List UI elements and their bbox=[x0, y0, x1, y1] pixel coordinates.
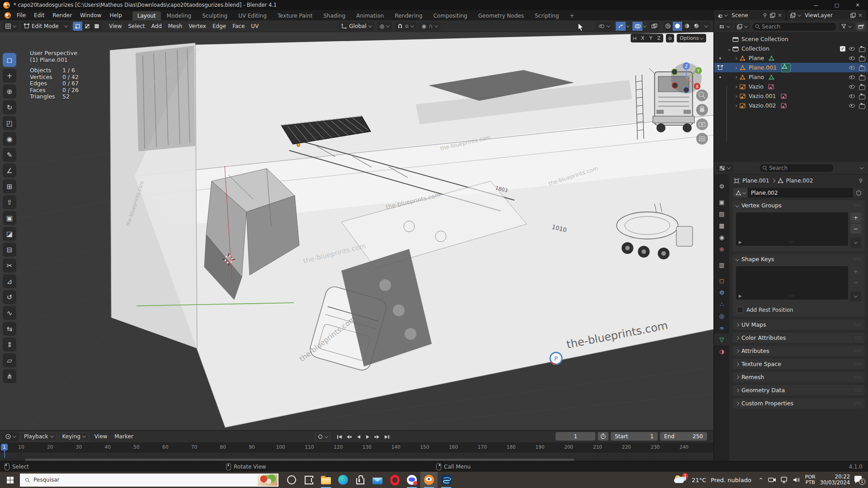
expander-icon[interactable]: › bbox=[733, 103, 740, 109]
hide-viewport-eye-icon[interactable] bbox=[849, 84, 855, 89]
panel-header[interactable]: Shape Keys∷∷ bbox=[732, 254, 865, 264]
tool-rip-region[interactable]: ⋔ bbox=[3, 369, 16, 383]
visibility-dropdown[interactable] bbox=[596, 22, 613, 31]
viewport-menu-view[interactable]: View bbox=[106, 23, 125, 29]
previous-keyframe-button[interactable] bbox=[344, 432, 353, 441]
new-scene-icon[interactable] bbox=[770, 13, 775, 18]
edge-select-button[interactable] bbox=[82, 22, 92, 31]
auto-keying-button[interactable] bbox=[315, 432, 330, 441]
panel-header[interactable]: Texture Space∷∷ bbox=[732, 359, 865, 369]
tool-smooth[interactable]: ∿ bbox=[3, 306, 16, 320]
weather-condition[interactable]: Pred. nublado bbox=[711, 477, 751, 483]
tool-shrink-fatten[interactable]: ⇕ bbox=[3, 338, 16, 352]
timeline-editor-type[interactable] bbox=[3, 432, 19, 441]
shading-dropdown[interactable] bbox=[701, 22, 711, 31]
taskbar-app-word[interactable] bbox=[438, 472, 455, 488]
properties-tab-collection[interactable]: ▥ bbox=[714, 259, 729, 271]
datablock-list[interactable]: ▶∷∷ bbox=[736, 212, 848, 246]
outliner-row-scene collection[interactable]: Scene Collection bbox=[714, 34, 868, 44]
timeline-menu-view[interactable]: View bbox=[91, 433, 111, 440]
tool-cursor[interactable]: + bbox=[3, 69, 16, 83]
properties-tab-modifiers[interactable]: ⚙ bbox=[714, 286, 729, 298]
properties-tab-object[interactable]: ◻ bbox=[714, 275, 729, 286]
taskbar-app-cortana[interactable] bbox=[283, 472, 300, 488]
taskbar-app-blender[interactable] bbox=[420, 472, 438, 488]
start-frame-field[interactable]: Start1 bbox=[611, 432, 658, 441]
properties-tab-tool[interactable]: ⚙ bbox=[714, 180, 729, 192]
timeline-menu-keying[interactable]: Keying bbox=[59, 432, 89, 441]
gizmos-dropdown[interactable] bbox=[616, 22, 629, 31]
new-collection-button[interactable] bbox=[856, 23, 866, 31]
meet-now-icon[interactable] bbox=[768, 477, 776, 483]
properties-tab-render[interactable]: ▣ bbox=[714, 196, 729, 208]
properties-tab-particles[interactable]: ∴ bbox=[714, 298, 729, 310]
datablock-name-input[interactable] bbox=[748, 188, 853, 197]
timeline-menu-playback[interactable]: Playback bbox=[20, 432, 57, 441]
properties-tab-material[interactable]: ◑ bbox=[714, 345, 729, 357]
vertex-select-button[interactable] bbox=[73, 22, 82, 31]
taskbar-search-input[interactable]: Pesquisar bbox=[20, 474, 278, 487]
viewport-menu-uv[interactable]: UV bbox=[248, 23, 262, 29]
hide-viewport-eye-icon[interactable] bbox=[849, 56, 855, 61]
taskbar-app-file-explorer[interactable] bbox=[317, 472, 335, 488]
workspace-tab-animation[interactable]: Animation bbox=[351, 11, 389, 20]
material-shading-button[interactable] bbox=[682, 22, 692, 31]
datablock-list[interactable]: ▶∷∷ bbox=[736, 266, 848, 300]
disable-render-camera-icon[interactable] bbox=[859, 65, 865, 70]
workspace-tab-scripting[interactable]: Scripting bbox=[530, 11, 564, 20]
tool-loop-cut[interactable]: ⊟ bbox=[3, 243, 16, 257]
properties-tab-data[interactable]: ▽ bbox=[714, 333, 729, 345]
tool-annotate[interactable]: ✎ bbox=[3, 148, 16, 162]
taskbar-app-discord[interactable] bbox=[403, 472, 420, 488]
list-remove-button[interactable]: − bbox=[850, 224, 861, 234]
unlink-scene-icon[interactable]: ✕ bbox=[778, 12, 782, 19]
workspace-tab-rendering[interactable]: Rendering bbox=[390, 11, 427, 20]
viewlayer-selector[interactable]: ViewLayer ✕ bbox=[788, 10, 865, 20]
snap-buttons[interactable]: ▫ bbox=[395, 22, 416, 31]
tool-scale[interactable]: ◰ bbox=[3, 116, 16, 130]
list-add-button[interactable]: + bbox=[850, 266, 861, 276]
action-center-icon[interactable]: 1 bbox=[854, 475, 864, 484]
breadcrumb-data[interactable]: Plane.002 bbox=[786, 178, 813, 184]
tool-bevel[interactable]: ◪ bbox=[3, 227, 16, 241]
pin-icon[interactable] bbox=[858, 178, 863, 183]
hide-viewport-eye-icon[interactable] bbox=[849, 46, 855, 52]
breadcrumb-object[interactable]: Plane.001 bbox=[742, 178, 769, 184]
keyboard-language[interactable]: PORPTB bbox=[805, 474, 816, 486]
xray-toggle[interactable] bbox=[649, 22, 659, 31]
tool-knife[interactable]: ✂ bbox=[3, 258, 16, 272]
add-workspace-button[interactable]: + bbox=[565, 11, 579, 20]
tool-shear[interactable]: ▱ bbox=[3, 353, 16, 367]
mode-selector[interactable]: Edit Mode bbox=[21, 22, 70, 31]
jump-to-end-button[interactable] bbox=[382, 432, 391, 441]
panel-header[interactable]: Color Attributes∷∷ bbox=[732, 333, 865, 343]
new-viewlayer-icon[interactable] bbox=[850, 13, 856, 18]
list-add-button[interactable]: + bbox=[850, 212, 861, 222]
viewport-menu-mesh[interactable]: Mesh bbox=[165, 23, 186, 29]
outliner-filter-button[interactable] bbox=[839, 23, 854, 31]
orientation-selector[interactable]: Global bbox=[339, 22, 374, 31]
properties-tab-output[interactable]: ▤ bbox=[714, 208, 729, 220]
current-frame-marker[interactable]: 1 bbox=[1, 444, 8, 450]
pivot-point-button[interactable]: ◎ bbox=[377, 22, 392, 31]
menu-render[interactable]: Render bbox=[48, 10, 76, 20]
disable-render-camera-icon[interactable] bbox=[859, 56, 865, 61]
list-remove-button[interactable]: − bbox=[850, 277, 861, 287]
minimize-button[interactable]: — bbox=[806, 0, 826, 10]
solid-shading-button[interactable] bbox=[673, 22, 682, 31]
tool-select-box[interactable]: ◻ bbox=[3, 53, 16, 67]
options-dropdown[interactable]: Options bbox=[677, 34, 706, 42]
workspace-tab-shading[interactable]: Shading bbox=[318, 11, 350, 20]
tool-edge-slide[interactable]: ⇆ bbox=[3, 322, 16, 336]
disable-render-camera-icon[interactable] bbox=[859, 103, 865, 108]
start-button[interactable] bbox=[0, 472, 20, 488]
next-keyframe-button[interactable] bbox=[373, 432, 382, 441]
outliner-row-vazio-002[interactable]: ›Vazio.002 bbox=[714, 101, 868, 110]
taskbar-app-edge[interactable] bbox=[335, 472, 352, 488]
fake-user-shield-icon[interactable] bbox=[853, 188, 864, 197]
hide-viewport-eye-icon[interactable] bbox=[849, 65, 855, 70]
outliner-row-collection[interactable]: ⌄Collection✓ bbox=[714, 44, 868, 53]
expander-icon[interactable]: › bbox=[733, 84, 740, 90]
properties-tab-constraints[interactable]: ∞ bbox=[714, 322, 729, 333]
outliner-display-mode[interactable] bbox=[717, 23, 732, 31]
